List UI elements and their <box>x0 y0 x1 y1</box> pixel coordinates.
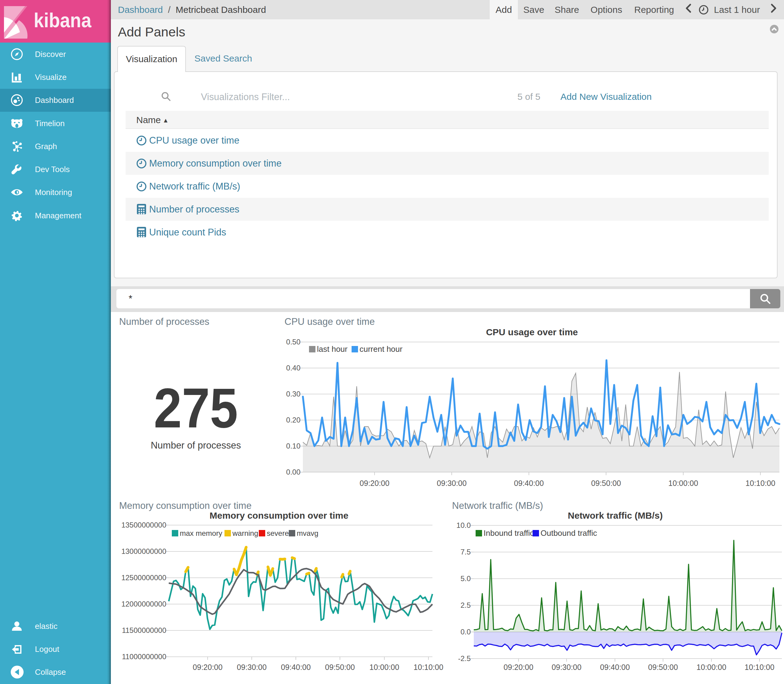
svg-text:10:00:00: 10:00:00 <box>369 663 399 671</box>
svg-text:09:40:00: 09:40:00 <box>600 663 630 671</box>
svg-text:-2.5: -2.5 <box>458 654 471 663</box>
svg-text:5.0: 5.0 <box>461 574 471 582</box>
svg-text:11000000000: 11000000000 <box>122 652 166 661</box>
svg-text:max memory: max memory <box>180 529 223 537</box>
svg-text:09:50:00: 09:50:00 <box>648 663 678 671</box>
svg-text:Inbound traffic: Inbound traffic <box>484 529 534 538</box>
svg-text:09:40:00: 09:40:00 <box>281 663 311 671</box>
svg-text:09:20:00: 09:20:00 <box>193 663 223 671</box>
svg-text:09:30:00: 09:30:00 <box>437 479 466 487</box>
svg-text:10.0: 10.0 <box>456 521 471 529</box>
svg-text:0.10: 0.10 <box>286 442 300 450</box>
svg-text:13500000000: 13500000000 <box>121 521 166 529</box>
svg-text:warning: warning <box>232 529 258 537</box>
svg-text:0.20: 0.20 <box>286 416 300 424</box>
svg-text:10:00:00: 10:00:00 <box>668 479 698 487</box>
svg-text:0.0: 0.0 <box>461 628 471 636</box>
svg-text:Network traffic (MB/s): Network traffic (MB/s) <box>568 510 663 521</box>
svg-text:severe: severe <box>267 529 289 537</box>
svg-text:10:10:00: 10:10:00 <box>745 479 775 487</box>
svg-text:09:50:00: 09:50:00 <box>591 479 621 487</box>
svg-text:0.30: 0.30 <box>286 390 300 398</box>
svg-text:10:10:00: 10:10:00 <box>744 663 774 671</box>
svg-text:current hour: current hour <box>360 344 403 353</box>
svg-text:09:30:00: 09:30:00 <box>237 663 266 671</box>
svg-text:7.5: 7.5 <box>461 548 471 556</box>
svg-text:2.5: 2.5 <box>461 601 471 609</box>
svg-text:last hour: last hour <box>317 344 348 353</box>
svg-text:09:20:00: 09:20:00 <box>360 479 389 487</box>
svg-text:mvavg: mvavg <box>297 529 318 537</box>
svg-text:10:10:00: 10:10:00 <box>413 663 443 671</box>
svg-text:09:30:00: 09:30:00 <box>552 663 581 671</box>
svg-text:0.40: 0.40 <box>286 364 300 372</box>
svg-text:10:00:00: 10:00:00 <box>697 663 726 671</box>
svg-text:09:40:00: 09:40:00 <box>514 479 544 487</box>
svg-text:CPU usage over time: CPU usage over time <box>486 327 578 337</box>
svg-text:Outbound traffic: Outbound traffic <box>540 529 597 538</box>
svg-text:12500000000: 12500000000 <box>121 573 166 582</box>
svg-text:12000000000: 12000000000 <box>121 600 166 608</box>
svg-text:0.50: 0.50 <box>286 338 300 346</box>
svg-text:09:20:00: 09:20:00 <box>503 663 533 671</box>
svg-text:11500000000: 11500000000 <box>122 626 166 634</box>
svg-text:13000000000: 13000000000 <box>121 547 166 555</box>
svg-text:Memory consumption over time: Memory consumption over time <box>210 510 348 521</box>
svg-text:09:50:00: 09:50:00 <box>325 663 355 671</box>
svg-text:0.00: 0.00 <box>286 468 300 476</box>
